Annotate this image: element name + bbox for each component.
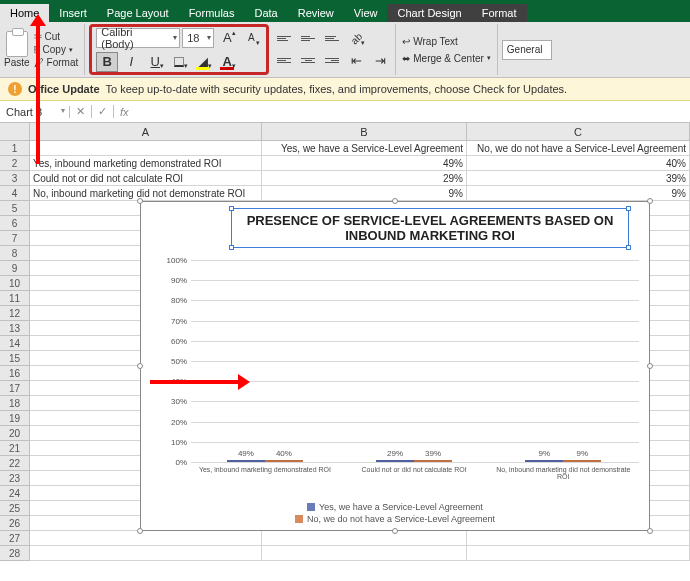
border-button[interactable]: [168, 52, 190, 72]
row-header[interactable]: 19: [0, 411, 30, 426]
row-header[interactable]: 27: [0, 531, 30, 546]
orientation-button[interactable]: ab: [345, 29, 367, 49]
cell[interactable]: [467, 531, 690, 546]
select-all-corner[interactable]: [0, 123, 30, 141]
tab-review[interactable]: Review: [288, 4, 344, 22]
row-header[interactable]: 11: [0, 291, 30, 306]
increase-font-button[interactable]: A▴: [216, 28, 238, 48]
row-header[interactable]: 26: [0, 516, 30, 531]
row-header[interactable]: 13: [0, 321, 30, 336]
tab-format[interactable]: Format: [472, 4, 527, 22]
row-header[interactable]: 12: [0, 306, 30, 321]
resize-handle[interactable]: [647, 363, 653, 369]
row-header[interactable]: 1: [0, 141, 30, 156]
tab-insert[interactable]: Insert: [49, 4, 97, 22]
row-header[interactable]: 24: [0, 486, 30, 501]
row-header[interactable]: 21: [0, 441, 30, 456]
row-header[interactable]: 16: [0, 366, 30, 381]
row-header[interactable]: 6: [0, 216, 30, 231]
title-handle[interactable]: [626, 245, 631, 250]
col-header-c[interactable]: C: [467, 123, 690, 141]
font-color-button[interactable]: A: [216, 52, 238, 72]
paste-button[interactable]: Paste: [4, 31, 30, 68]
row-header[interactable]: 18: [0, 396, 30, 411]
resize-handle[interactable]: [392, 528, 398, 534]
font-name-select[interactable]: Calibri (Body): [96, 28, 180, 48]
cell[interactable]: 39%: [467, 171, 690, 186]
align-top-button[interactable]: [273, 29, 295, 49]
cell[interactable]: No, we do not have a Service-Level Agree…: [467, 141, 690, 156]
chart-object[interactable]: PRESENCE OF SERVICE-LEVEL AGREEMENTS BAS…: [140, 201, 650, 531]
tab-formulas[interactable]: Formulas: [179, 4, 245, 22]
cell[interactable]: [262, 546, 467, 561]
align-middle-button[interactable]: [297, 29, 319, 49]
chart-title[interactable]: PRESENCE OF SERVICE-LEVEL AGREEMENTS BAS…: [231, 208, 629, 248]
row-header[interactable]: 7: [0, 231, 30, 246]
decrease-indent-button[interactable]: ⇤: [345, 51, 367, 71]
underline-button[interactable]: U: [144, 52, 166, 72]
name-box[interactable]: Chart 3: [0, 106, 70, 118]
tab-view[interactable]: View: [344, 4, 388, 22]
cell[interactable]: Yes, we have a Service-Level Agreement: [262, 141, 467, 156]
cancel-formula-button[interactable]: ✕: [70, 105, 92, 118]
resize-handle[interactable]: [137, 363, 143, 369]
accept-formula-button[interactable]: ✓: [92, 105, 114, 118]
row-header[interactable]: 15: [0, 351, 30, 366]
resize-handle[interactable]: [137, 198, 143, 204]
tab-chart-design[interactable]: Chart Design: [387, 4, 471, 22]
resize-handle[interactable]: [647, 198, 653, 204]
font-size-select[interactable]: 18: [182, 28, 214, 48]
cell[interactable]: 49%: [262, 156, 467, 171]
row-header[interactable]: 23: [0, 471, 30, 486]
fx-label[interactable]: fx: [114, 106, 135, 118]
title-handle[interactable]: [229, 245, 234, 250]
row-header[interactable]: 14: [0, 336, 30, 351]
resize-handle[interactable]: [392, 198, 398, 204]
cell[interactable]: 9%: [467, 186, 690, 201]
row-header[interactable]: 3: [0, 171, 30, 186]
bold-button[interactable]: B: [96, 52, 118, 72]
number-format-select[interactable]: General: [502, 40, 552, 60]
tab-page-layout[interactable]: Page Layout: [97, 4, 179, 22]
decrease-font-button[interactable]: A▾: [240, 28, 262, 48]
row-header[interactable]: 10: [0, 276, 30, 291]
row-header[interactable]: 20: [0, 426, 30, 441]
align-bottom-button[interactable]: [321, 29, 343, 49]
cell[interactable]: 29%: [262, 171, 467, 186]
increase-indent-button[interactable]: ⇥: [369, 51, 391, 71]
row-header[interactable]: 8: [0, 246, 30, 261]
align-center-button[interactable]: [297, 51, 319, 71]
cell[interactable]: Could not or did not calculate ROI: [30, 171, 262, 186]
title-handle[interactable]: [626, 206, 631, 211]
row-header[interactable]: 4: [0, 186, 30, 201]
row-header[interactable]: 5: [0, 201, 30, 216]
row-header[interactable]: 25: [0, 501, 30, 516]
resize-handle[interactable]: [137, 528, 143, 534]
col-header-b[interactable]: B: [262, 123, 467, 141]
row-header[interactable]: 17: [0, 381, 30, 396]
title-handle[interactable]: [229, 206, 234, 211]
cell[interactable]: Yes, inbound marketing demonstrated ROI: [30, 156, 262, 171]
tab-data[interactable]: Data: [244, 4, 287, 22]
merge-center-button[interactable]: ⬌Merge & Center▾: [400, 51, 493, 66]
row-header[interactable]: 28: [0, 546, 30, 561]
fill-color-button[interactable]: ◢: [192, 52, 214, 72]
align-left-button[interactable]: [273, 51, 295, 71]
cell[interactable]: 40%: [467, 156, 690, 171]
row-header[interactable]: 9: [0, 261, 30, 276]
row-header[interactable]: 2: [0, 156, 30, 171]
row-header[interactable]: 22: [0, 456, 30, 471]
cell[interactable]: [262, 531, 467, 546]
resize-handle[interactable]: [647, 528, 653, 534]
cell[interactable]: No, inbound marketing did not demonstrat…: [30, 186, 262, 201]
cell[interactable]: [467, 546, 690, 561]
col-header-a[interactable]: A: [30, 123, 262, 141]
italic-button[interactable]: I: [120, 52, 142, 72]
align-right-button[interactable]: [321, 51, 343, 71]
cell[interactable]: [30, 531, 262, 546]
chart-plot-area[interactable]: 0%10%20%30%40%50%60%70%80%90%100% 49%40%…: [191, 260, 639, 462]
cell[interactable]: [30, 546, 262, 561]
cell[interactable]: [30, 141, 262, 156]
wrap-text-button[interactable]: ↩Wrap Text: [400, 34, 493, 49]
chart-legend[interactable]: Yes, we have a Service-Level Agreement N…: [141, 502, 649, 524]
